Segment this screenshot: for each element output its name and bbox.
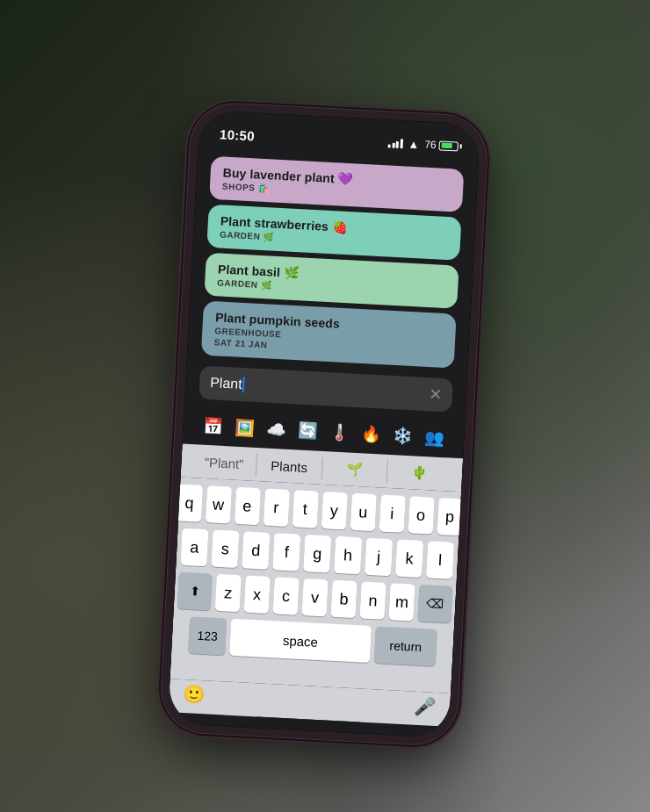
key-q[interactable]: q — [176, 484, 202, 521]
task-card-2[interactable]: Plant strawberries 🍓 GARDEN 🌿 — [206, 204, 461, 260]
task-list: Buy lavender plant 💜 SHOPS 🛍️ Plant stra… — [187, 148, 479, 372]
search-input-text: Plant — [210, 374, 422, 401]
keyboard-row-3: ⬆ z x c v b n m ⌫ — [177, 571, 453, 622]
key-b[interactable]: b — [330, 579, 357, 617]
battery-container: 76 — [424, 138, 459, 152]
battery-icon — [438, 140, 459, 150]
key-s[interactable]: s — [211, 529, 239, 568]
key-l[interactable]: l — [426, 541, 454, 579]
keyboard-row-4: 123 space return — [175, 615, 451, 666]
key-u[interactable]: u — [350, 492, 376, 530]
fire-icon[interactable]: 🔥 — [357, 419, 386, 449]
key-n[interactable]: n — [359, 581, 386, 619]
key-v[interactable]: v — [302, 578, 329, 615]
mic-icon[interactable]: 🎤 — [414, 694, 437, 716]
key-t[interactable]: t — [292, 490, 318, 528]
status-time: 10:50 — [220, 126, 256, 142]
key-d[interactable]: d — [242, 531, 270, 570]
key-return[interactable]: return — [374, 626, 437, 666]
signal-icon — [388, 137, 403, 147]
autocomplete-item-3[interactable]: 🌱 — [321, 456, 388, 482]
keyboard: q w e r t y u i o p a s — [170, 477, 462, 693]
key-j[interactable]: j — [365, 537, 393, 576]
task-card-4[interactable]: Plant pumpkin seeds GREENHOUSE SAT 21 JA… — [201, 300, 457, 368]
status-icons: ▲ 76 — [388, 135, 459, 152]
battery-pct: 76 — [424, 138, 437, 151]
key-c[interactable]: c — [273, 577, 300, 614]
autocomplete-item-2[interactable]: Plants — [256, 453, 322, 478]
keyboard-row-1: q w e r t y u i o p — [182, 484, 458, 535]
key-r[interactable]: r — [263, 488, 289, 526]
key-a[interactable]: a — [180, 528, 208, 566]
emoji-icon[interactable]: 🙂 — [183, 683, 206, 705]
key-o[interactable]: o — [408, 496, 434, 534]
autocomplete-item-4[interactable]: 🌵 — [386, 459, 452, 485]
screen-content: 10:50 ▲ 76 — [168, 110, 480, 738]
key-p[interactable]: p — [437, 497, 463, 535]
keyboard-row-2: a s d f g h j k l — [179, 528, 455, 578]
key-k[interactable]: k — [395, 539, 423, 578]
search-bar[interactable]: Plant ✕ — [199, 365, 453, 412]
people-icon[interactable]: 👥 — [419, 422, 449, 452]
search-clear-button[interactable]: ✕ — [428, 384, 442, 405]
key-shift[interactable]: ⬆ — [177, 571, 213, 610]
key-f[interactable]: f — [272, 533, 300, 571]
calendar-icon[interactable]: 📅 — [199, 411, 228, 441]
key-x[interactable]: x — [244, 575, 271, 613]
phone-container: 10:50 ▲ 76 — [158, 100, 489, 747]
image-icon[interactable]: 🖼️ — [230, 413, 260, 442]
text-cursor — [242, 377, 245, 392]
key-g[interactable]: g — [303, 535, 331, 573]
task-card-3[interactable]: Plant basil 🌿 GARDEN 🌿 — [204, 252, 459, 308]
temperature-icon[interactable]: 🌡️ — [325, 418, 355, 448]
key-w[interactable]: w — [205, 485, 231, 523]
key-m[interactable]: m — [388, 583, 415, 621]
phone-screen: 10:50 ▲ 76 — [168, 110, 480, 738]
key-delete[interactable]: ⌫ — [417, 584, 452, 622]
cloud-icon[interactable]: ☁️ — [262, 414, 292, 444]
wifi-icon: ▲ — [408, 137, 420, 151]
key-i[interactable]: i — [379, 494, 405, 532]
key-h[interactable]: h — [334, 535, 362, 574]
autocomplete-item-1[interactable]: "Plant" — [191, 449, 257, 475]
key-space[interactable]: space — [229, 618, 372, 662]
snowflake-icon[interactable]: ❄️ — [388, 420, 418, 450]
refresh-icon[interactable]: 🔄 — [293, 416, 323, 446]
key-numbers[interactable]: 123 — [188, 616, 227, 655]
key-z[interactable]: z — [215, 573, 242, 611]
key-e[interactable]: e — [234, 486, 260, 524]
task-card-1[interactable]: Buy lavender plant 💜 SHOPS 🛍️ — [209, 155, 464, 212]
phone-frame: 10:50 ▲ 76 — [158, 100, 489, 747]
key-y[interactable]: y — [321, 491, 347, 528]
